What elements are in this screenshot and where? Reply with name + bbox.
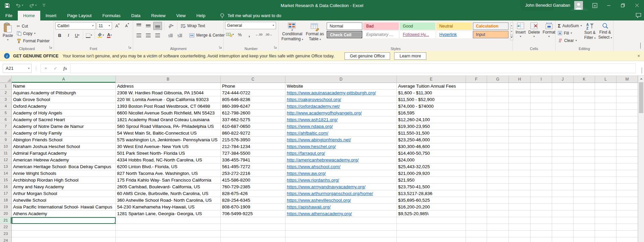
- copy-button[interactable]: Copy ▾: [16, 30, 51, 37]
- row-header-8[interactable]: 8: [0, 130, 12, 137]
- cell-B22[interactable]: [116, 224, 221, 231]
- cell-link[interactable]: https://www.ashevilleschool.org/: [287, 198, 351, 203]
- cell-K2[interactable]: [574, 90, 595, 96]
- cell-C7[interactable]: 610-687-0650: [221, 123, 285, 130]
- cell-H21[interactable]: [509, 217, 531, 224]
- cell-C17[interactable]: 828-675-426: [221, 190, 285, 197]
- cell-D4[interactable]: https://oxfordacademy.net/: [285, 103, 397, 110]
- cell-B15[interactable]: 175 Frida Kahlo Way- San Francisco Calif…: [116, 177, 221, 184]
- cell-K17[interactable]: [574, 190, 595, 197]
- cell-A10[interactable]: Abraham Joshua Heschel School: [12, 143, 116, 150]
- cell-I11[interactable]: [531, 150, 552, 157]
- cell-D12[interactable]: http://americanhebrewacademy.org/: [285, 157, 397, 163]
- cell-J15[interactable]: [552, 177, 574, 184]
- cell-K13[interactable]: [574, 163, 595, 170]
- cell-C14[interactable]: 253-272-2216: [221, 170, 285, 177]
- cell-D11[interactable]: https://farragut.org/: [285, 150, 397, 157]
- style-normal[interactable]: Normal: [327, 22, 362, 30]
- cell-F2[interactable]: [466, 90, 487, 96]
- increase-indent-button[interactable]: [175, 31, 184, 39]
- row-header-5[interactable]: 5: [0, 110, 12, 116]
- scrollbar-thumb[interactable]: [639, 82, 643, 113]
- cell-M11[interactable]: [616, 150, 638, 157]
- style-calculation[interactable]: Calculation: [473, 22, 508, 30]
- tab-review[interactable]: Review: [146, 11, 171, 20]
- fill-color-button[interactable]: ▾: [96, 31, 105, 39]
- cell-A6[interactable]: Academy of Sacred Heart: [12, 116, 116, 123]
- increase-font-size-button[interactable]: A▴: [113, 22, 122, 30]
- cell-F22[interactable]: [466, 224, 487, 231]
- dialog-launcher-icon[interactable]: [49, 44, 52, 50]
- account-name[interactable]: John Benedict Ganaban: [525, 3, 570, 8]
- cell-J23[interactable]: [552, 231, 574, 237]
- cell-C16[interactable]: 760-729-2385: [221, 184, 285, 190]
- row-header-2[interactable]: 2: [0, 90, 12, 96]
- cell-K21[interactable]: [574, 217, 595, 224]
- cell-C4[interactable]: 860-399-6247: [221, 103, 285, 110]
- cell-I3[interactable]: [531, 96, 552, 103]
- cell-link[interactable]: https://oakgroveschool.org/: [287, 97, 341, 102]
- cell-H13[interactable]: [509, 163, 531, 170]
- cell-link[interactable]: https://apishawaii.org/: [287, 204, 331, 209]
- cell-D17[interactable]: https://www.arthurmorganschool.org/home/: [285, 190, 397, 197]
- cell-L17[interactable]: [595, 190, 616, 197]
- cell-H11[interactable]: [509, 150, 531, 157]
- cell-M16[interactable]: [616, 184, 638, 190]
- cell-L24[interactable]: [595, 237, 616, 242]
- row-header-21[interactable]: 21: [0, 217, 12, 224]
- tab-view[interactable]: View: [171, 11, 191, 20]
- cell-F6[interactable]: [466, 116, 487, 123]
- cell-M14[interactable]: [616, 170, 638, 177]
- column-header-B[interactable]: B: [116, 76, 221, 83]
- cell-H5[interactable]: [509, 110, 531, 116]
- cell-J11[interactable]: [552, 150, 574, 157]
- cell-link[interactable]: https://www.aquinasacademy-pittsburgh.or…: [287, 90, 376, 95]
- cell-B6[interactable]: 1821 Academy Road Grand Coteau Louisiana: [116, 116, 221, 123]
- cell-K16[interactable]: [574, 184, 595, 190]
- cell-L11[interactable]: [595, 150, 616, 157]
- sort-filter-button[interactable]: AZ Sort & Filter ▾: [583, 22, 597, 41]
- cell-A15[interactable]: Archbishop Riordan High School: [12, 177, 116, 184]
- cell-J18[interactable]: [552, 197, 574, 204]
- cell-F13[interactable]: [466, 163, 487, 170]
- cell-E16[interactable]: $23,750-41,500: [397, 184, 466, 190]
- cell-M20[interactable]: [616, 210, 638, 217]
- cell-G13[interactable]: [487, 163, 509, 170]
- cell-B9[interactable]: 575 washington Ln, Jenkintown- Pennsylva…: [116, 137, 221, 143]
- cell-M9[interactable]: [616, 137, 638, 143]
- cell-F10[interactable]: [466, 143, 487, 150]
- cell-H16[interactable]: [509, 184, 531, 190]
- cell-F16[interactable]: [466, 184, 487, 190]
- cell-I9[interactable]: [531, 137, 552, 143]
- cell-B7[interactable]: 560 Sproul Road Villanova, PA- Philadelp…: [116, 123, 221, 130]
- cell-A18[interactable]: Asheville School: [12, 197, 116, 204]
- cell-J17[interactable]: [552, 190, 574, 197]
- cell-L20[interactable]: [595, 210, 616, 217]
- tab-formulas[interactable]: Formulas: [97, 11, 126, 20]
- wrap-text-button[interactable]: Wrap Text: [179, 22, 206, 30]
- column-header-M[interactable]: M: [616, 76, 638, 83]
- cell-A22[interactable]: [12, 224, 116, 231]
- cell-H19[interactable]: [509, 204, 531, 210]
- autosum-button[interactable]: Σ AutoSum ▾: [557, 22, 583, 29]
- cell-F3[interactable]: [466, 96, 487, 103]
- cell-C21[interactable]: [221, 217, 285, 224]
- cell-J22[interactable]: [552, 224, 574, 231]
- cell-M15[interactable]: [616, 177, 638, 184]
- tab-file[interactable]: File: [0, 11, 18, 20]
- number-format-combo[interactable]: General ▾: [225, 22, 276, 29]
- cell-G2[interactable]: [487, 90, 509, 96]
- cell-A7[interactable]: Academy of Notre Dame de Namur: [12, 123, 116, 130]
- cell-I17[interactable]: [531, 190, 552, 197]
- select-all-button[interactable]: [0, 76, 12, 83]
- cell-D14[interactable]: https://www.aw.org/: [285, 170, 397, 177]
- cell-K14[interactable]: [574, 170, 595, 177]
- cell-G5[interactable]: [487, 110, 509, 116]
- cell-K9[interactable]: [574, 137, 595, 143]
- cell-H8[interactable]: [509, 130, 531, 137]
- format-cells-button[interactable]: Format ▾: [541, 22, 557, 39]
- cell-I7[interactable]: [531, 123, 552, 130]
- cell-I10[interactable]: [531, 143, 552, 150]
- cell-L6[interactable]: [595, 116, 616, 123]
- row-header-11[interactable]: 11: [0, 150, 12, 157]
